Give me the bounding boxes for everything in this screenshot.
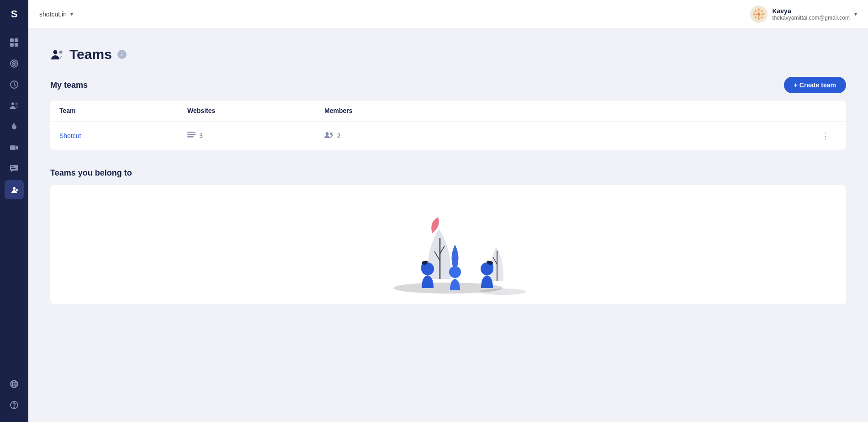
people-icon (10, 101, 19, 110)
svg-point-8 (11, 102, 14, 105)
create-team-button[interactable]: + Create team (784, 77, 846, 93)
svg-point-23 (14, 407, 15, 408)
user-dropdown-icon[interactable]: ▾ (854, 11, 857, 17)
chat-icon (10, 164, 19, 173)
svg-point-27 (754, 13, 756, 15)
clock-icon (10, 80, 19, 89)
table-row: Shotcut 3 (50, 121, 846, 150)
team-name-cell: Shotcut (59, 132, 187, 140)
svg-marker-11 (16, 145, 18, 150)
target-icon (10, 59, 19, 68)
more-options-button[interactable]: ⋮ (819, 129, 832, 143)
sidebar-item-users[interactable] (5, 96, 24, 115)
sidebar-item-history[interactable] (5, 75, 24, 94)
teams-table: Team Websites Members Shotcut (50, 101, 846, 150)
belong-to-title: Teams you belong to (50, 168, 846, 178)
topbar-workspace[interactable]: shotcut.in ▾ (39, 11, 73, 18)
video-icon (10, 143, 19, 152)
svg-point-32 (762, 16, 763, 18)
user-avatar (750, 5, 767, 23)
svg-point-26 (758, 18, 760, 20)
sidebar-logo: S (0, 0, 28, 28)
svg-rect-3 (15, 43, 18, 47)
svg-point-30 (762, 10, 763, 11)
info-icon[interactable]: i (117, 50, 127, 59)
websites-count: 3 (199, 132, 203, 139)
my-teams-title: My teams (50, 80, 88, 90)
svg-point-34 (758, 11, 759, 12)
svg-point-28 (763, 13, 765, 15)
svg-point-54 (449, 266, 461, 278)
svg-rect-2 (10, 43, 14, 47)
svg-rect-14 (11, 168, 16, 169)
workspace-dropdown-icon[interactable]: ▾ (70, 11, 73, 17)
sidebar-item-dashboard[interactable] (5, 33, 24, 52)
sidebar-bottom (5, 374, 24, 422)
globe-icon (10, 379, 19, 389)
sidebar-nav (5, 28, 24, 374)
sidebar-item-globe[interactable] (5, 374, 24, 394)
members-list-icon (324, 132, 333, 138)
svg-rect-42 (187, 136, 194, 138)
svg-point-16 (13, 187, 16, 190)
svg-point-61 (487, 261, 490, 263)
sidebar-item-chat[interactable] (5, 159, 24, 178)
svg-rect-1 (15, 38, 18, 42)
main-container: shotcut.in ▾ (28, 0, 868, 422)
svg-point-46 (480, 288, 526, 295)
page-header: Teams i (50, 47, 846, 62)
user-email: thekavyamittal.com@gmail.com (772, 15, 850, 21)
my-teams-section-header: My teams + Create team (50, 77, 846, 93)
teams-page-icon (50, 48, 64, 61)
svg-point-43 (326, 132, 329, 135)
sidebar-item-help[interactable] (5, 395, 24, 415)
members-icon (324, 132, 333, 140)
col-actions (819, 107, 837, 114)
page-title: Teams (69, 47, 112, 62)
svg-point-33 (757, 13, 760, 16)
svg-point-35 (758, 16, 759, 16)
user-info: Kavya thekavyamittal.com@gmail.com (772, 7, 850, 21)
svg-rect-0 (10, 38, 14, 42)
svg-point-25 (758, 9, 760, 11)
svg-rect-13 (11, 166, 14, 167)
col-members: Members (324, 107, 819, 114)
team-name-link[interactable]: Shotcut (59, 132, 81, 139)
belong-section: Teams you belong to (50, 168, 846, 304)
svg-point-9 (16, 103, 18, 105)
svg-point-31 (755, 16, 757, 18)
grid-icon (10, 38, 19, 47)
topbar: shotcut.in ▾ (28, 0, 868, 28)
user-name: Kavya (772, 7, 850, 15)
svg-point-58 (425, 261, 428, 263)
logo-text: S (11, 8, 18, 20)
members-count: 2 (337, 132, 341, 139)
svg-rect-12 (10, 165, 18, 171)
svg-rect-10 (10, 145, 16, 150)
row-actions-cell: ⋮ (819, 129, 837, 143)
col-websites: Websites (187, 107, 324, 114)
svg-marker-15 (11, 171, 13, 172)
svg-point-6 (14, 63, 15, 64)
flame-icon (10, 122, 19, 131)
websites-cell: 3 (187, 132, 324, 140)
sidebar: S (0, 0, 28, 422)
svg-point-39 (59, 51, 63, 54)
workspace-name: shotcut.in (39, 11, 67, 18)
website-list-icon (187, 132, 196, 138)
svg-rect-40 (187, 132, 196, 133)
sidebar-item-teams[interactable] (5, 180, 24, 199)
svg-point-29 (755, 10, 757, 11)
content-area: Teams i My teams + Create team Team Webs… (28, 28, 868, 422)
belong-to-table (50, 185, 846, 304)
help-icon (10, 401, 19, 410)
sidebar-item-analytics[interactable] (5, 54, 24, 73)
sidebar-item-flame[interactable] (5, 117, 24, 136)
create-team-label: + Create team (794, 81, 836, 89)
table-header: Team Websites Members (50, 101, 846, 121)
sidebar-item-video[interactable] (5, 138, 24, 157)
team-shield-icon (10, 185, 19, 194)
svg-rect-41 (187, 134, 196, 135)
avatar-decoration (752, 8, 765, 21)
col-team: Team (59, 107, 187, 114)
